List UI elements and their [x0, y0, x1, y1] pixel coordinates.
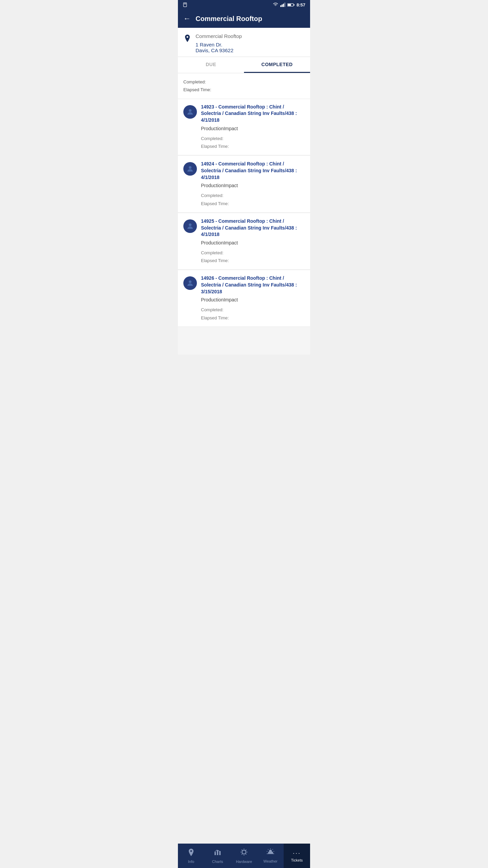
signal-icon — [280, 2, 286, 7]
ticket-item: 14926 - Commercial Rooftop : Chint / Sol… — [178, 270, 310, 327]
ticket-details: 14923 - Commercial Rooftop : Chint / Sol… — [201, 104, 305, 151]
person-icon — [186, 165, 194, 173]
battery-icon — [287, 3, 295, 7]
location-name: Commercial Rooftop — [196, 33, 305, 39]
avatar — [183, 105, 197, 119]
bottom-nav: Info Charts Hardware — [178, 844, 310, 868]
ticket-details: 14925 - Commercial Rooftop : Chint / Sol… — [201, 218, 305, 265]
svg-point-11 — [189, 223, 191, 226]
ticket-meta: Completed: Elapsed Time: — [201, 306, 305, 322]
elapsed-label: Elapsed Time: — [201, 258, 229, 263]
ticket-title[interactable]: 14925 - Commercial Rooftop : Chint / Sol… — [201, 218, 305, 238]
content-area: Completed: Elapsed Time: 14923 - Commerc… — [178, 73, 310, 355]
svg-rect-0 — [183, 3, 186, 7]
ticket-meta: Completed: Elapsed Time: — [201, 135, 305, 151]
svg-point-9 — [189, 109, 191, 112]
hardware-nav-icon — [240, 848, 248, 858]
ticket-details: 14924 - Commercial Rooftop : Chint / Sol… — [201, 161, 305, 208]
wifi-icon — [272, 2, 279, 7]
nav-item-charts[interactable]: Charts — [204, 844, 231, 868]
location-address1: 1 Raven Dr. — [196, 42, 305, 47]
ticket-item: 14925 - Commercial Rooftop : Chint / Sol… — [178, 213, 310, 270]
svg-point-10 — [189, 166, 191, 169]
location-address2: Davis, CA 93622 — [196, 47, 305, 53]
ticket-title[interactable]: 14924 - Commercial Rooftop : Chint / Sol… — [201, 161, 305, 181]
location-block: Commercial Rooftop 1 Raven Dr. Davis, CA… — [178, 28, 310, 57]
status-bar: 8:57 — [178, 0, 310, 9]
ticket-meta: Completed: Elapsed Time: — [201, 249, 305, 265]
ticket-meta: Completed: Elapsed Time: — [201, 192, 305, 208]
ticket-category: ProductionImpact — [201, 240, 305, 245]
status-time: 8:57 — [297, 2, 305, 7]
charts-nav-label: Charts — [212, 860, 223, 864]
ticket-item: 14923 - Commercial Rooftop : Chint / Sol… — [178, 99, 310, 156]
tab-bar: DUE COMPLETED — [178, 57, 310, 73]
ticket-list: 14923 - Commercial Rooftop : Chint / Sol… — [178, 99, 310, 327]
ticket-title[interactable]: 14923 - Commercial Rooftop : Chint / Sol… — [201, 104, 305, 124]
person-icon — [186, 279, 194, 287]
ticket-category: ProductionImpact — [201, 126, 305, 131]
person-icon — [186, 108, 194, 116]
svg-rect-8 — [288, 4, 291, 6]
svg-rect-13 — [215, 852, 216, 855]
info-nav-icon — [187, 848, 195, 858]
ticket-category: ProductionImpact — [201, 183, 305, 188]
ticket-item: 14924 - Commercial Rooftop : Chint / Sol… — [178, 156, 310, 213]
nav-item-info[interactable]: Info — [178, 844, 204, 868]
avatar — [183, 219, 197, 233]
completed-label: Completed: — [201, 193, 223, 198]
weather-nav-label: Weather — [263, 859, 277, 863]
charts-nav-icon — [214, 848, 222, 858]
nav-item-weather[interactable]: Weather — [257, 844, 284, 868]
header-title: Commercial Rooftop — [196, 15, 262, 23]
avatar — [183, 162, 197, 176]
info-nav-label: Info — [188, 860, 194, 864]
elapsed-label: Elapsed Time: — [201, 144, 229, 149]
app-header: ← Commercial Rooftop — [178, 9, 310, 28]
status-bar-right: 8:57 — [272, 2, 305, 7]
tickets-nav-icon: ··· — [293, 850, 301, 857]
completed-label: Completed: — [201, 250, 223, 255]
completed-label: Completed: — [201, 307, 223, 312]
status-bar-left — [183, 2, 187, 7]
hardware-nav-label: Hardware — [236, 860, 252, 864]
first-meta-item: Completed: Elapsed Time: — [178, 73, 310, 99]
person-icon — [186, 222, 194, 230]
nav-item-hardware[interactable]: Hardware — [231, 844, 257, 868]
ticket-category: ProductionImpact — [201, 297, 305, 302]
sim-icon — [183, 2, 187, 7]
svg-rect-16 — [242, 850, 246, 854]
svg-rect-15 — [219, 851, 221, 855]
weather-nav-icon — [266, 848, 275, 858]
svg-rect-2 — [280, 5, 281, 7]
tickets-nav-label: Tickets — [291, 858, 303, 862]
first-completed-label: Completed: — [183, 79, 206, 84]
ticket-details: 14926 - Commercial Rooftop : Chint / Sol… — [201, 275, 305, 322]
elapsed-label: Elapsed Time: — [201, 201, 229, 206]
svg-rect-5 — [284, 3, 285, 7]
tab-completed[interactable]: COMPLETED — [244, 57, 310, 73]
back-button[interactable]: ← — [183, 14, 191, 23]
avatar — [183, 276, 197, 290]
svg-rect-1 — [184, 4, 186, 4]
elapsed-label: Elapsed Time: — [201, 315, 229, 320]
location-details: Commercial Rooftop 1 Raven Dr. Davis, CA… — [196, 33, 305, 53]
ticket-title[interactable]: 14926 - Commercial Rooftop : Chint / Sol… — [201, 275, 305, 295]
nav-item-tickets[interactable]: ··· Tickets — [284, 844, 310, 868]
svg-rect-3 — [282, 4, 283, 7]
svg-point-12 — [189, 280, 191, 283]
first-item-meta: Completed: Elapsed Time: — [183, 78, 305, 94]
location-pin-icon — [183, 34, 191, 45]
tab-due[interactable]: DUE — [178, 57, 244, 73]
svg-rect-7 — [293, 4, 294, 5]
svg-rect-4 — [283, 4, 284, 7]
first-elapsed-label: Elapsed Time: — [183, 87, 211, 92]
completed-label: Completed: — [201, 136, 223, 141]
